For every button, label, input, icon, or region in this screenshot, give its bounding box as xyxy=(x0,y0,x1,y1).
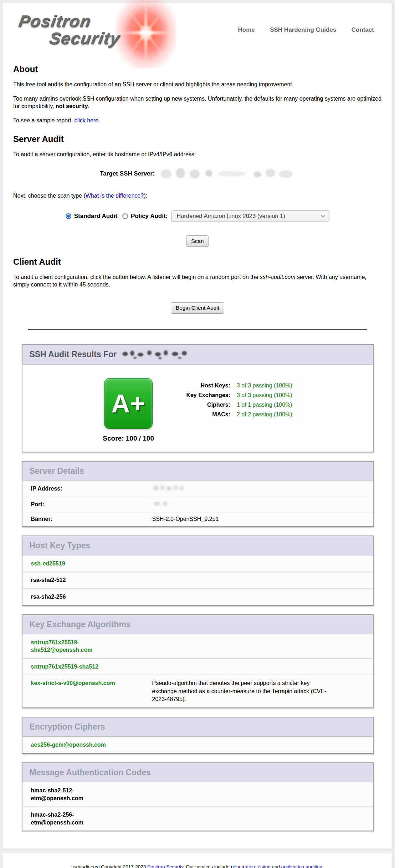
policy-select-value: Hardened Amazon Linux 2023 (version 1) xyxy=(176,213,285,219)
grade-badge: A+ xyxy=(104,378,153,429)
about-p2-period: . xyxy=(88,103,89,109)
target-server-input[interactable] xyxy=(157,168,295,180)
page-footer: sshaudit.com Copyright 2017-2023 Positro… xyxy=(3,853,392,868)
footer-period: . xyxy=(322,864,324,868)
server-audit-intro: To audit a server configuration, enter i… xyxy=(13,151,382,158)
algorithm-row: kex-strict-s-v00@openssh.com Pseudo-algo… xyxy=(22,675,373,707)
scan-type-difference-link[interactable]: What is the difference? xyxy=(86,193,144,199)
server-audit-title: Server Audit xyxy=(13,134,382,144)
detail-value xyxy=(152,484,364,493)
algorithm-note: Pseudo-algorithm that denotes the peer s… xyxy=(152,679,330,703)
panel-title: Encryption Ciphers xyxy=(30,722,366,732)
score-label: Score: 100 / 100 xyxy=(103,435,154,442)
begin-client-audit-button[interactable]: Begin Client Audit xyxy=(171,302,224,314)
scan-button[interactable]: Scan xyxy=(186,235,209,247)
algo-panels: Host Key Types ssh-ed25519 rsa-sha2-512 … xyxy=(3,535,392,832)
starburst-icon xyxy=(116,0,176,68)
redacted-hostname xyxy=(121,350,192,360)
audit-results-title-text: SSH Audit Results For xyxy=(30,350,117,359)
panel-title: Message Authentication Codes xyxy=(30,768,366,777)
algorithm-panel-header: Message Authentication Codes xyxy=(22,763,373,782)
application-auditing-link[interactable]: application auditing xyxy=(281,864,323,868)
grade-column: A+ Score: 100 / 100 xyxy=(103,378,154,442)
algorithm-name: sntrup761x25519-sha512@openssh.com xyxy=(31,639,123,654)
algorithm-rows: hmac-sha2-512-etm@openssh.com hmac-sha2-… xyxy=(22,782,373,831)
algorithm-panel-header: Encryption Ciphers xyxy=(22,717,373,737)
detail-value xyxy=(152,501,364,508)
site-header: Positron Security Home SSH Hardening Gui… xyxy=(3,3,392,53)
positron-security-link[interactable]: Positron Security xyxy=(147,864,183,868)
logo-text-line1: Positron xyxy=(17,11,93,31)
client-audit-domain: ssh-audit.com xyxy=(260,274,296,280)
about-p3-period: . xyxy=(98,117,100,123)
target-server-row: Target SSH Server: xyxy=(13,168,382,180)
algorithm-name: sntrup761x25519-sha512 xyxy=(31,663,123,671)
policy-audit-label[interactable]: Policy Audit: xyxy=(131,213,168,220)
policy-audit-radio[interactable] xyxy=(122,213,128,219)
panel-title: Host Key Types xyxy=(30,541,366,550)
algorithm-name: hmac-sha2-256-etm@openssh.com xyxy=(31,811,123,826)
scan-type-text: Next, choose the scan type ( xyxy=(13,193,86,199)
sample-report-link[interactable]: click here xyxy=(75,117,99,123)
target-server-label: Target SSH Server: xyxy=(100,170,155,177)
standard-audit-label[interactable]: Standard Audit xyxy=(74,213,117,220)
nav-ssh-hardening-guides-link[interactable]: SSH Hardening Guides xyxy=(270,26,336,33)
algorithm-rows: ssh-ed25519 rsa-sha2-512 rsa-sha2-256 xyxy=(22,555,373,605)
algorithm-name: rsa-sha2-512 xyxy=(31,576,123,584)
algorithm-name: ssh-ed25519 xyxy=(31,560,123,568)
about-paragraph-1: This free tool audits the configuration … xyxy=(13,81,382,88)
algorithm-name: hmac-sha2-512-etm@openssh.com xyxy=(31,787,123,802)
scan-type-row: Next, choose the scan type (What is the … xyxy=(13,192,382,200)
main-content-box: Positron Security Home SSH Hardening Gui… xyxy=(3,3,392,849)
algorithm-row: hmac-sha2-256-etm@openssh.com xyxy=(22,806,373,831)
about-paragraph-3: To see a sample report, click here. xyxy=(13,117,382,125)
standard-audit-radio[interactable] xyxy=(66,213,71,219)
stat-value: 3 of 3 passing (100%) xyxy=(237,392,292,399)
about-p2-bold: not security xyxy=(56,103,88,109)
about-title: About xyxy=(13,64,382,74)
algorithm-panel-header: Key Exchange Algorithms xyxy=(22,615,373,634)
starburst-ray xyxy=(127,9,165,57)
panel-title: Key Exchange Algorithms xyxy=(30,620,366,629)
server-details-rows: IP Address: Port: Banner: SSH-2.0-OpenSS… xyxy=(22,481,373,526)
redacted-value xyxy=(152,484,185,492)
algorithm-name: kex-strict-s-v00@openssh.com xyxy=(31,679,123,687)
server-details-title: Server Details xyxy=(30,466,366,476)
stat-label: MACs: xyxy=(177,411,230,418)
penetration-testing-link[interactable]: penetration testing xyxy=(231,864,271,868)
stat-label: Key Exchanges: xyxy=(177,392,230,399)
footer-copyright-text: Copyright 2017-2023 xyxy=(99,864,147,868)
results-stats: Host Keys: 3 of 3 passing (100%) Key Exc… xyxy=(177,382,292,442)
algorithm-panel: Encryption Ciphers aes256-gcm@openssh.co… xyxy=(22,717,374,754)
nav-home-link[interactable]: Home xyxy=(238,26,255,33)
server-details-panel: Server Details IP Address: Port: Banner:… xyxy=(22,461,374,527)
begin-client-audit-row: Begin Client Audit xyxy=(13,302,382,314)
nav-contact-link[interactable]: Contact xyxy=(352,26,374,33)
stat-label: Ciphers: xyxy=(177,402,230,408)
algorithm-row: rsa-sha2-512 xyxy=(22,572,373,588)
section-divider xyxy=(28,329,367,330)
logo-text-line2: Security xyxy=(48,29,122,48)
algorithm-row: sntrup761x25519-sha512 xyxy=(22,658,373,675)
detail-label: Banner: xyxy=(31,516,152,522)
redacted-value xyxy=(152,501,170,507)
algorithm-row: hmac-sha2-512-etm@openssh.com xyxy=(22,782,373,806)
about-p3-text: To see a sample report, xyxy=(13,117,75,123)
chevron-down-icon xyxy=(321,214,325,217)
detail-label: IP Address: xyxy=(31,486,152,492)
audit-results-title: SSH Audit Results For xyxy=(30,350,366,360)
policy-select[interactable]: Hardened Amazon Linux 2023 (version 1) xyxy=(171,210,329,222)
algorithm-row: aes256-gcm@openssh.com xyxy=(22,737,373,753)
algorithm-panel-header: Host Key Types xyxy=(22,536,373,555)
detail-label: Port: xyxy=(31,501,152,508)
audit-results-body: A+ Score: 100 / 100 Host Keys: 3 of 3 pa… xyxy=(22,365,373,452)
server-details-header: Server Details xyxy=(22,462,373,481)
server-detail-row: IP Address: xyxy=(22,481,373,497)
client-audit-title: Client Audit xyxy=(13,257,382,267)
algorithm-name: rsa-sha2-256 xyxy=(31,593,123,601)
grade-letter: A+ xyxy=(111,389,145,418)
stat-label: Host Keys: xyxy=(177,382,230,389)
server-detail-row: Port: xyxy=(22,497,373,512)
client-audit-paragraph: To audit a client configuration, click t… xyxy=(13,273,382,289)
algorithm-rows: sntrup761x25519-sha512@openssh.com sntru… xyxy=(22,634,373,708)
